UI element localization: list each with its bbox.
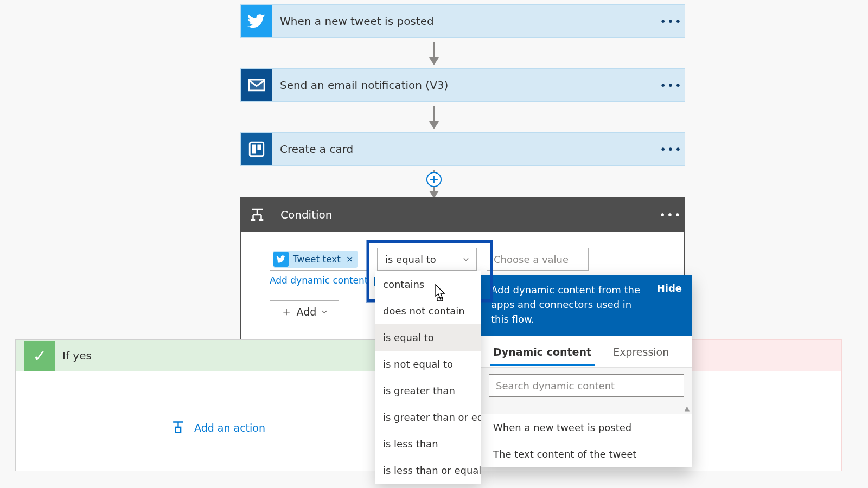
svg-rect-3 (251, 219, 256, 221)
operator-option-is-greater-than[interactable]: is greater than (375, 377, 481, 404)
flow-step-email[interactable]: Send an email notification (V3) ••• (240, 68, 685, 102)
svg-rect-0 (250, 142, 264, 156)
flow-step-trello[interactable]: Create a card ••• (240, 132, 685, 166)
token-tweet-text[interactable]: Tweet text ✕ (273, 251, 358, 268)
operator-option-is-less-than[interactable]: is less than (375, 431, 481, 457)
branch-title: If yes (62, 349, 92, 362)
remove-token-button[interactable]: ✕ (346, 254, 353, 265)
flow-arrow (433, 106, 435, 128)
condition-title: Condition (280, 208, 657, 221)
plus-icon: ＋ (280, 306, 292, 318)
ellipsis-icon[interactable]: ••• (658, 143, 685, 156)
add-dynamic-content-link[interactable]: Add dynamic content (270, 275, 368, 286)
flow-arrow (433, 42, 435, 64)
condition-icon (241, 198, 273, 231)
trello-icon (241, 133, 272, 165)
dynamic-content-group[interactable]: When a new tweet is posted (481, 414, 692, 441)
svg-rect-6 (175, 427, 180, 432)
operator-option-does-not-contain[interactable]: does not contain (375, 298, 481, 324)
envelope-icon (241, 69, 272, 101)
panel-heading: Add dynamic content from the apps and co… (491, 282, 648, 326)
operator-option-is-equal-to[interactable]: is equal to (375, 324, 481, 351)
operator-option-is-not-equal-to[interactable]: is not equal to (375, 351, 481, 377)
flow-step-trigger[interactable]: When a new tweet is posted ••• (240, 4, 685, 38)
svg-rect-4 (259, 219, 264, 221)
dynamic-content-panel: Add dynamic content from the apps and co… (481, 275, 692, 467)
ellipsis-icon[interactable]: ••• (658, 79, 685, 92)
add-step-button[interactable]: + (426, 172, 442, 187)
dynamic-content-item[interactable]: The text content of the tweet (481, 441, 692, 467)
operator-selected: is equal to (385, 254, 436, 265)
chevron-down-icon (321, 306, 328, 318)
add-action-icon (170, 420, 186, 435)
tab-dynamic-content[interactable]: Dynamic content (493, 346, 591, 358)
twitter-icon (241, 5, 272, 37)
token-label: Tweet text (293, 254, 341, 265)
twitter-icon (273, 252, 289, 267)
branch-if-yes: ✓ If yes Add an action (15, 339, 420, 471)
operator-option-is-less-or-equal[interactable]: is less than or equal to (375, 457, 481, 484)
operator-option-contains[interactable]: contains (375, 271, 481, 298)
step-title: Create a card (280, 143, 658, 156)
check-icon: ✓ (24, 341, 55, 371)
add-button-label: Add (297, 306, 317, 318)
add-condition-button[interactable]: ＋ Add (270, 300, 339, 323)
ellipsis-icon[interactable]: ••• (658, 15, 685, 28)
tab-expression[interactable]: Expression (613, 346, 669, 358)
operator-select[interactable]: is equal to (377, 248, 477, 271)
condition-left-field[interactable]: Tweet text ✕ (270, 248, 367, 271)
search-dynamic-content-input[interactable]: Search dynamic content (489, 374, 684, 397)
scrollbar[interactable] (481, 404, 692, 414)
step-title: When a new tweet is posted (280, 15, 658, 28)
svg-rect-1 (252, 145, 256, 154)
svg-rect-2 (257, 145, 261, 150)
chevron-down-icon (462, 254, 470, 265)
condition-value-input[interactable]: Choose a value (487, 248, 589, 271)
add-action-button[interactable]: Add an action (170, 420, 265, 435)
operator-dropdown: contains does not contain is equal to is… (375, 271, 481, 484)
condition-header[interactable]: Condition ••• (241, 198, 684, 232)
hide-panel-button[interactable]: Hide (657, 282, 682, 326)
step-title: Send an email notification (V3) (280, 79, 658, 92)
operator-option-is-greater-or-equal[interactable]: is greater than or equal to (375, 404, 481, 431)
ellipsis-icon[interactable]: ••• (657, 208, 684, 221)
